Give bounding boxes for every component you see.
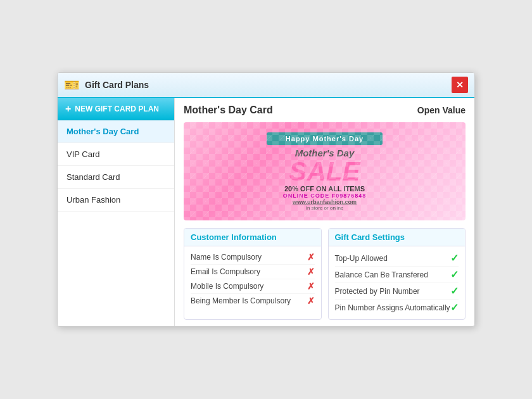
info-panels: Customer Information Name Is Compulsory … <box>184 228 466 320</box>
sidebar: + NEW GIFT CARD PLAN Mother's Day Card V… <box>58 98 175 326</box>
x-icon-mobile: ✗ <box>307 281 315 291</box>
settings-row-pin: Protected by Pin Number ✓ <box>335 283 459 300</box>
customer-row-member-label: Being Member Is Compulsory <box>191 296 291 305</box>
banner-bg <box>184 122 466 220</box>
customer-row-name-label: Name Is Compulsory <box>191 253 262 262</box>
settings-row-balance-label: Balance Can Be Transfered <box>335 270 428 279</box>
dialog-content: + NEW GIFT CARD PLAN Mother's Day Card V… <box>58 98 474 326</box>
main-header: Mother's Day Card Open Value <box>184 104 466 116</box>
customer-row-member: Being Member Is Compulsory ✗ <box>191 294 315 308</box>
settings-row-pin-auto: Pin Number Assigns Automatically ✓ <box>335 300 459 315</box>
card-title: Mother's Day Card <box>184 104 273 116</box>
settings-body: Top-Up Allowed ✓ Balance Can Be Transfer… <box>329 246 466 319</box>
check-icon-balance: ✓ <box>450 269 459 281</box>
settings-header: Gift Card Settings <box>329 229 466 246</box>
main-content: Mother's Day Card Open Value Happy Mothe… <box>175 98 474 326</box>
customer-info-panel: Customer Information Name Is Compulsory … <box>184 228 322 320</box>
settings-row-balance: Balance Can Be Transfered ✓ <box>335 267 459 283</box>
settings-row-pin-label: Protected by Pin Number <box>335 287 420 296</box>
customer-row-mobile: Mobile Is Compulsory ✗ <box>191 279 315 294</box>
check-icon-pin: ✓ <box>450 285 459 297</box>
gift-card-dialog: 🎫 Gift Card Plans ✕ + NEW GIFT CARD PLAN… <box>57 72 475 327</box>
customer-row-email: Email Is Compulsory ✗ <box>191 265 315 279</box>
settings-row-topup-label: Top-Up Allowed <box>335 254 388 263</box>
banner-image: Happy Mother's Day Mother's Day SALE 20%… <box>184 122 466 220</box>
open-value-label: Open Value <box>417 105 466 115</box>
dialog-title: Gift Card Plans <box>85 80 149 90</box>
gift-card-settings-panel: Gift Card Settings Top-Up Allowed ✓ Bala… <box>328 228 466 320</box>
customer-info-header: Customer Information <box>184 229 321 246</box>
customer-info-body: Name Is Compulsory ✗ Email Is Compulsory… <box>184 246 321 312</box>
customer-row-name: Name Is Compulsory ✗ <box>191 250 315 265</box>
dialog-icon: 🎫 <box>64 77 80 92</box>
plus-icon: + <box>65 103 71 115</box>
check-icon-topup: ✓ <box>450 252 459 264</box>
new-plan-label: NEW GIFT CARD PLAN <box>75 104 159 113</box>
sidebar-item-vip-card[interactable]: VIP Card <box>58 143 174 166</box>
sidebar-item-urban-fashion[interactable]: Urban Fashion <box>58 189 174 212</box>
sidebar-item-standard-card[interactable]: Standard Card <box>58 166 174 189</box>
check-icon-pin-auto: ✓ <box>450 301 459 314</box>
close-button[interactable]: ✕ <box>452 77 468 93</box>
new-gift-card-plan-button[interactable]: + NEW GIFT CARD PLAN <box>58 98 174 120</box>
title-bar-left: 🎫 Gift Card Plans <box>64 77 149 92</box>
x-icon-member: ✗ <box>307 296 315 306</box>
customer-row-email-label: Email Is Compulsory <box>191 267 260 276</box>
x-icon-name: ✗ <box>307 252 315 262</box>
settings-row-topup: Top-Up Allowed ✓ <box>335 250 459 267</box>
settings-row-pin-auto-label: Pin Number Assigns Automatically <box>335 303 450 312</box>
x-icon-email: ✗ <box>307 267 315 277</box>
title-bar: 🎫 Gift Card Plans ✕ <box>58 73 474 98</box>
customer-row-mobile-label: Mobile Is Compulsory <box>191 282 263 291</box>
sidebar-item-mothers-day-card[interactable]: Mother's Day Card <box>58 120 174 143</box>
